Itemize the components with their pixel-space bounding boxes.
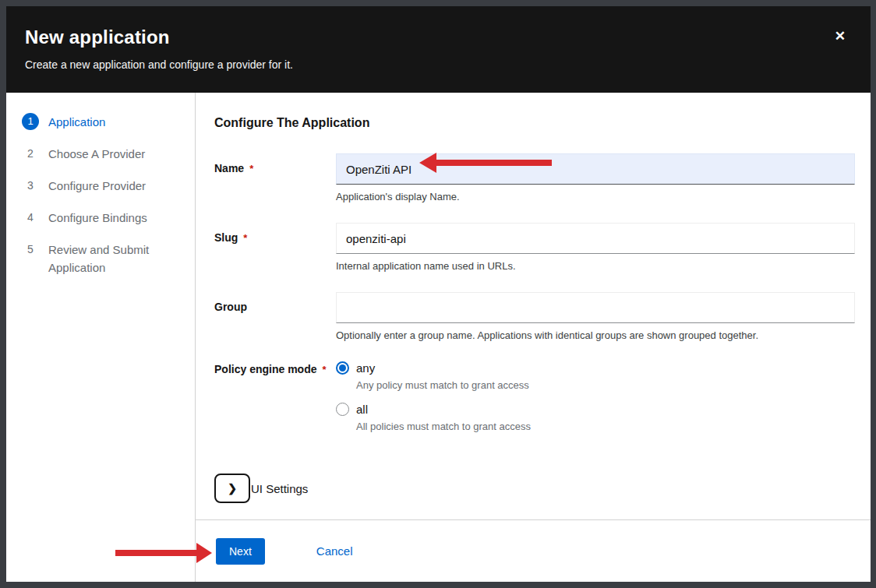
group-help-text: Optionally enter a group name. Applicati… (336, 329, 855, 341)
policy-mode-any-radio[interactable]: any (336, 361, 855, 375)
slug-field-row: Slug* Internal application name used in … (214, 223, 855, 272)
modal-header: New application Create a new application… (6, 6, 871, 93)
name-label-text: Name (214, 162, 244, 174)
new-application-modal: New application Create a new application… (6, 6, 871, 582)
slug-help-text: Internal application name used in URLs. (336, 260, 855, 272)
group-label-text: Group (214, 301, 247, 313)
wizard-footer: Next Cancel (196, 519, 871, 582)
wizard-step-configure-provider[interactable]: 3 Configure Provider (22, 177, 184, 195)
ui-settings-row: ❯ UI Settings (214, 474, 855, 503)
step-number-badge: 1 (22, 113, 39, 130)
policy-mode-any-help: Any policy must match to grant access (356, 379, 855, 391)
close-icon[interactable]: ✕ (835, 30, 846, 43)
step-label: Application (48, 113, 105, 131)
step-label: Choose A Provider (48, 145, 145, 163)
slug-input[interactable] (336, 223, 855, 254)
modal-subtitle: Create a new application and configure a… (25, 58, 824, 71)
name-field-row: Name* Application's display Name. (214, 153, 855, 202)
group-field-row: Group Optionally enter a group name. App… (214, 292, 855, 341)
step-label: Configure Provider (48, 177, 146, 195)
name-field: Application's display Name. (336, 153, 855, 202)
name-input[interactable] (336, 153, 855, 185)
wizard-steps-nav: 1 Application 2 Choose A Provider 3 Conf… (6, 93, 196, 582)
slug-label: Slug* (214, 223, 336, 272)
name-help-text: Application's display Name. (336, 191, 855, 202)
step-number: 2 (22, 145, 39, 162)
required-asterisk: * (249, 163, 253, 174)
group-input[interactable] (336, 292, 855, 323)
step-label: Review and Submit Application (48, 241, 184, 276)
required-asterisk: * (322, 364, 326, 375)
modal-title: New application (25, 26, 824, 48)
step-number: 5 (22, 241, 39, 258)
next-button[interactable]: Next (216, 538, 265, 565)
policy-mode-all-help: All policies must match to grant access (356, 421, 855, 432)
policy-label-text: Policy engine mode (214, 363, 316, 375)
ui-settings-expand-button[interactable]: ❯ (214, 474, 250, 503)
slug-field: Internal application name used in URLs. (336, 223, 855, 272)
step-number: 4 (22, 209, 39, 226)
wizard-step-choose-provider[interactable]: 2 Choose A Provider (22, 145, 184, 163)
wizard-main: Configure The Application Name* Applicat… (196, 93, 871, 582)
policy-mode-all-radio[interactable]: all (336, 403, 855, 416)
wizard-step-application[interactable]: 1 Application (22, 113, 184, 131)
ui-settings-label: UI Settings (251, 482, 308, 495)
cancel-link[interactable]: Cancel (316, 544, 353, 558)
step-number: 3 (22, 177, 39, 194)
policy-engine-mode-row: Policy engine mode* any Any policy must … (214, 361, 855, 444)
wizard-content: Configure The Application Name* Applicat… (196, 93, 871, 519)
slug-label-text: Slug (214, 231, 238, 244)
wizard-step-review-submit[interactable]: 5 Review and Submit Application (22, 241, 184, 276)
radio-label-any: any (356, 361, 375, 375)
group-field: Optionally enter a group name. Applicati… (336, 292, 855, 341)
policy-engine-mode-label: Policy engine mode* (214, 361, 336, 444)
wizard-step-configure-bindings[interactable]: 4 Configure Bindings (22, 209, 184, 227)
radio-label-all: all (356, 403, 368, 416)
group-label: Group (214, 292, 336, 341)
policy-engine-mode-options: any Any policy must match to grant acces… (336, 361, 855, 444)
required-asterisk: * (243, 232, 247, 244)
step-label: Configure Bindings (48, 209, 147, 227)
content-heading: Configure The Application (214, 116, 855, 130)
chevron-right-icon: ❯ (228, 482, 237, 495)
radio-checked-icon[interactable] (336, 361, 349, 375)
name-label: Name* (214, 153, 336, 202)
radio-unchecked-icon[interactable] (336, 403, 349, 416)
modal-body: 1 Application 2 Choose A Provider 3 Conf… (6, 93, 871, 582)
